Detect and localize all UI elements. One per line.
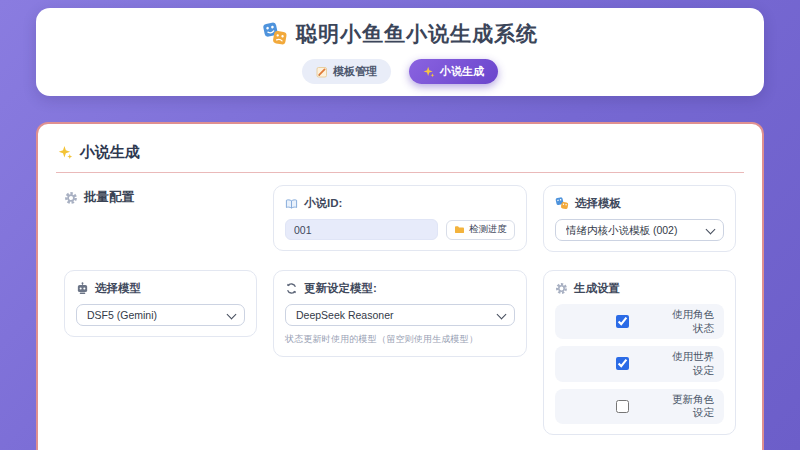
novel-id-label-row: 小说ID:	[285, 196, 515, 211]
panel-title: 小说生成	[54, 137, 746, 162]
app-title: 聪明小鱼鱼小说生成系统	[36, 20, 764, 48]
update-model-select-wrap: DeepSeek Reasoner	[285, 304, 515, 326]
template-select-wrap: 情绪内核小说模板 (002)	[555, 219, 724, 241]
option-row-use-character-state: 使用角色状态	[555, 304, 724, 339]
update-model-label: 更新设定模型:	[304, 281, 377, 296]
gear-icon	[555, 282, 568, 295]
template-label-row: 选择模板	[555, 196, 724, 211]
option-label: 使用角色状态	[662, 308, 714, 335]
section-title: 批量配置	[84, 189, 134, 206]
update-model-field: 更新设定模型: DeepSeek Reasoner 状态更新时使用的模型（留空则…	[273, 270, 527, 357]
page-title: 聪明小鱼鱼小说生成系统	[296, 20, 538, 48]
tab-bar: 模板管理 小说生成	[36, 59, 764, 84]
model-select-wrap: DSF5 (Gemini)	[76, 304, 245, 326]
template-field: 选择模板 情绪内核小说模板 (002)	[543, 185, 736, 252]
option-row-use-world-setting: 使用世界设定	[555, 346, 724, 381]
gear-icon	[64, 191, 78, 205]
update-model-label-row: 更新设定模型:	[285, 281, 515, 296]
refresh-arrows-icon	[285, 282, 298, 295]
folder-icon	[454, 225, 465, 234]
memo-pencil-icon	[316, 66, 328, 78]
tab-label: 模板管理	[333, 64, 377, 79]
use-world-setting-checkbox[interactable]	[616, 357, 629, 370]
tab-label: 小说生成	[440, 64, 484, 79]
novel-generation-panel: 小说生成 批量配置 小说ID:	[36, 122, 764, 450]
use-character-state-checkbox[interactable]	[616, 315, 629, 328]
check-progress-button[interactable]: 检测进度	[446, 220, 515, 240]
option-row-update-character-setting: 更新角色设定	[555, 389, 724, 424]
option-label: 使用世界设定	[662, 350, 714, 377]
model-field: 选择模型 DSF5 (Gemini)	[64, 270, 257, 337]
panel-title-text: 小说生成	[80, 143, 140, 162]
novel-id-label: 小说ID:	[304, 196, 342, 211]
sparkle-icon	[58, 145, 73, 160]
option-label: 更新角色设定	[662, 393, 714, 420]
theater-masks-icon	[262, 22, 288, 46]
update-model-hint: 状态更新时使用的模型（留空则使用生成模型）	[285, 333, 515, 346]
novel-id-input[interactable]	[285, 219, 438, 240]
model-select[interactable]: DSF5 (Gemini)	[76, 304, 245, 326]
generation-settings-label-row: 生成设置	[555, 281, 724, 296]
sparkle-icon	[423, 66, 435, 78]
header-card: 聪明小鱼鱼小说生成系统 模板管理 小说生成	[36, 8, 764, 96]
generation-settings-field: 生成设置 使用角色状态 使用世界设定 更新角色设定	[543, 270, 736, 435]
book-icon	[285, 198, 298, 210]
tab-novel-generation[interactable]: 小说生成	[409, 59, 498, 84]
generation-settings-label: 生成设置	[574, 281, 620, 296]
template-label: 选择模板	[575, 196, 621, 211]
update-model-select[interactable]: DeepSeek Reasoner	[285, 304, 515, 326]
check-progress-label: 检测进度	[469, 223, 507, 236]
theater-masks-icon	[555, 197, 569, 210]
model-label: 选择模型	[95, 281, 141, 296]
robot-icon	[76, 282, 89, 295]
tab-template-management[interactable]: 模板管理	[302, 59, 391, 84]
template-select[interactable]: 情绪内核小说模板 (002)	[555, 219, 724, 241]
model-label-row: 选择模型	[76, 281, 245, 296]
divider	[56, 172, 744, 173]
batch-config-heading: 批量配置	[64, 185, 257, 206]
config-grid: 批量配置 小说ID:	[54, 185, 746, 450]
update-character-setting-checkbox[interactable]	[616, 400, 629, 413]
novel-id-field: 小说ID: 检测进度	[273, 185, 527, 251]
